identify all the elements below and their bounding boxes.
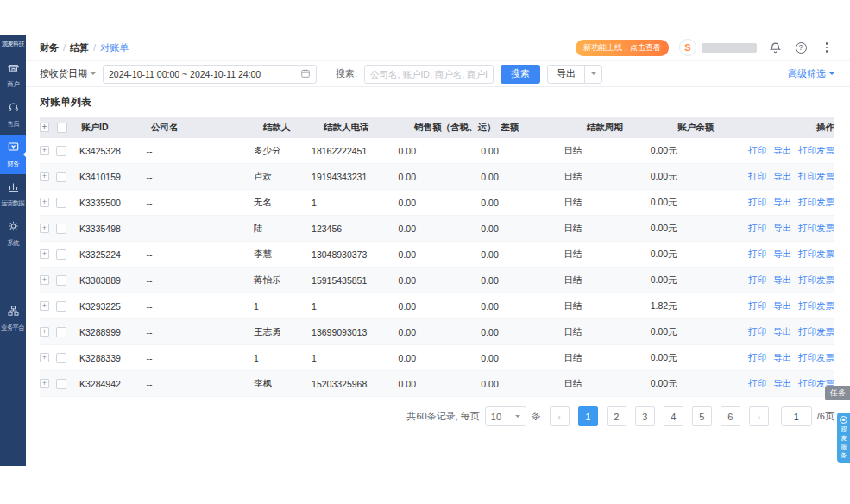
page-button-4[interactable]: 4: [664, 406, 683, 426]
print-link[interactable]: 打印: [748, 249, 766, 259]
export-link[interactable]: 导出: [773, 352, 791, 362]
prev-page-button[interactable]: ‹: [550, 406, 570, 426]
print-invoice-link[interactable]: 打印发票: [798, 223, 834, 233]
row-checkbox[interactable]: [56, 224, 66, 234]
print-link[interactable]: 打印: [748, 171, 766, 181]
cell-sales: 0.00: [399, 353, 482, 363]
cell-diff: 0.00: [481, 353, 564, 363]
cell-balance: 0.00元: [651, 378, 741, 390]
sidebar-item-merchant[interactable]: 商户: [0, 55, 26, 95]
export-button[interactable]: 导出: [548, 66, 584, 83]
export-link[interactable]: 导出: [773, 197, 791, 207]
expand-row-button[interactable]: +: [40, 379, 49, 388]
row-checkbox[interactable]: [56, 198, 66, 208]
cell-diff: 0.00: [481, 224, 564, 234]
next-page-button[interactable]: ›: [749, 406, 769, 426]
row-checkbox[interactable]: [56, 249, 66, 260]
row-checkbox[interactable]: [56, 146, 66, 156]
page-button-1[interactable]: 1: [578, 406, 598, 426]
cell-cycle: 日结: [564, 274, 651, 287]
print-link[interactable]: 打印: [748, 378, 766, 388]
page-jump-input[interactable]: [781, 406, 812, 426]
page-size-select[interactable]: 10: [485, 406, 526, 426]
export-link[interactable]: 导出: [773, 223, 791, 233]
export-split-button[interactable]: 导出: [547, 65, 602, 84]
export-link[interactable]: 导出: [773, 300, 791, 311]
promo-badge[interactable]: 新功能上线，点击查看: [576, 40, 669, 56]
row-checkbox[interactable]: [56, 327, 66, 337]
expand-row-button[interactable]: +: [40, 353, 49, 362]
page-button-2[interactable]: 2: [607, 406, 626, 426]
print-invoice-link[interactable]: 打印发票: [798, 326, 834, 337]
cell-company: --: [147, 172, 254, 182]
row-checkbox[interactable]: [56, 379, 66, 389]
print-invoice-link[interactable]: 打印发票: [798, 171, 834, 181]
expand-row-button[interactable]: +: [40, 327, 49, 337]
filter-bar: 按收货日期 2024-10-11 00:00 ~ 2024-10-11 24:0…: [26, 61, 850, 87]
export-link[interactable]: 导出: [773, 274, 791, 285]
export-link[interactable]: 导出: [773, 326, 791, 337]
page-button-6[interactable]: 6: [721, 406, 740, 426]
breadcrumb-finance[interactable]: 财务: [40, 41, 59, 54]
expand-row-button[interactable]: +: [40, 224, 49, 233]
page-button-5[interactable]: 5: [692, 406, 712, 426]
notification-bell-icon[interactable]: [767, 40, 783, 55]
row-checkbox[interactable]: [56, 301, 66, 312]
user-menu[interactable]: S: [679, 39, 757, 56]
more-options-icon[interactable]: [819, 40, 834, 55]
expand-all-button[interactable]: +: [40, 123, 49, 132]
sidebar-item-finance[interactable]: 财务: [0, 135, 26, 174]
export-link[interactable]: 导出: [773, 145, 791, 155]
cell-account-id: K3288999: [79, 327, 147, 337]
expand-row-button[interactable]: +: [40, 249, 49, 259]
expand-row-button[interactable]: +: [40, 301, 49, 311]
cell-payee: 李慧: [254, 249, 312, 261]
search-button[interactable]: 搜索: [501, 65, 540, 84]
expand-row-button[interactable]: +: [40, 172, 49, 181]
print-link[interactable]: 打印: [748, 145, 766, 155]
expand-row-button[interactable]: +: [40, 275, 49, 285]
print-invoice-link[interactable]: 打印发票: [798, 274, 834, 285]
print-invoice-link[interactable]: 打印发票: [798, 249, 834, 259]
print-link[interactable]: 打印: [748, 223, 766, 233]
export-link[interactable]: 导出: [773, 378, 791, 388]
row-checkbox[interactable]: [56, 353, 66, 363]
row-checkbox[interactable]: [56, 172, 66, 182]
print-invoice-link[interactable]: 打印发票: [798, 352, 834, 362]
advanced-filter-toggle[interactable]: 高级筛选: [788, 67, 834, 80]
print-link[interactable]: 打印: [748, 300, 766, 311]
username-redacted: [702, 43, 757, 53]
page-button-3[interactable]: 3: [635, 406, 655, 426]
export-link[interactable]: 导出: [773, 249, 791, 259]
search-input[interactable]: [364, 65, 494, 84]
sidebar-item-system[interactable]: 系统: [0, 214, 26, 254]
export-dropdown-toggle[interactable]: [584, 66, 601, 83]
cell-cycle: 日结: [564, 197, 651, 209]
sidebar-item-operations-data[interactable]: 运营数据: [0, 174, 26, 214]
print-invoice-link[interactable]: 打印发票: [798, 145, 834, 155]
avatar: S: [679, 39, 696, 56]
print-link[interactable]: 打印: [748, 197, 766, 207]
sidebar-item-business-platform[interactable]: 业务平台: [0, 299, 26, 338]
task-drawer-tab[interactable]: 任务: [825, 386, 850, 400]
print-invoice-link[interactable]: 打印发票: [798, 300, 834, 311]
cell-balance: 0.00元: [651, 249, 741, 261]
records-unit-text: 条: [532, 410, 541, 423]
customer-service-widget[interactable]: ☻ 观 麦 服 务: [837, 413, 850, 463]
print-link[interactable]: 打印: [748, 326, 766, 337]
print-link[interactable]: 打印: [748, 352, 766, 362]
date-range-picker[interactable]: 2024-10-11 00:00 ~ 2024-10-11 24:00: [103, 65, 317, 84]
row-checkbox[interactable]: [56, 275, 66, 286]
expand-row-button[interactable]: +: [40, 198, 49, 207]
export-link[interactable]: 导出: [773, 171, 791, 181]
print-link[interactable]: 打印: [748, 274, 766, 285]
select-all-checkbox[interactable]: [57, 123, 67, 133]
sidebar-item-label: 运营数据: [2, 198, 25, 207]
sidebar-item-aftersales[interactable]: 售后: [0, 95, 26, 135]
expand-row-button[interactable]: +: [40, 146, 49, 155]
date-type-select[interactable]: 按收货日期: [40, 67, 96, 80]
print-invoice-link[interactable]: 打印发票: [798, 197, 834, 207]
cell-diff: 0.00: [481, 172, 564, 182]
help-icon[interactable]: ?: [793, 40, 809, 55]
breadcrumb-settlement[interactable]: 结算: [70, 41, 89, 54]
